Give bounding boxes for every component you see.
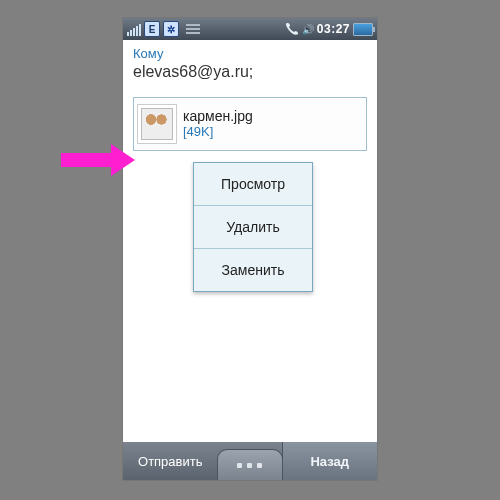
softkey-back[interactable]: Назад (282, 442, 378, 480)
attachment-size: [49K] (183, 124, 253, 140)
attachment-filename: кармен.jpg (183, 108, 253, 124)
softkey-send[interactable]: Отправить (123, 442, 218, 480)
softkey-middle[interactable] (218, 442, 282, 480)
phone-icon (285, 22, 299, 36)
menu-item-view[interactable]: Просмотр (194, 163, 312, 206)
context-menu: Просмотр Удалить Заменить (193, 162, 313, 292)
menu-item-delete[interactable]: Удалить (194, 206, 312, 249)
battery-icon (353, 23, 373, 36)
sound-icon: 🔊 (302, 24, 314, 35)
clock: 03:27 (317, 22, 350, 36)
softkey-bar: Отправить Назад (123, 442, 377, 480)
attachment-info: кармен.jpg [49K] (183, 108, 253, 140)
attachment-thumbnail (137, 104, 177, 144)
phone-screen: E ✲ 🔊 03:27 Кому elevas68@ya.ru; кармен.… (123, 18, 377, 480)
signal-icon (127, 23, 141, 36)
network-badge: E (144, 21, 160, 37)
status-bar: E ✲ 🔊 03:27 (123, 18, 377, 40)
bluetooth-icon: ✲ (163, 21, 179, 37)
menu-icon (186, 24, 200, 34)
menu-item-replace[interactable]: Заменить (194, 249, 312, 291)
recipient-field[interactable]: elevas68@ya.ru; (123, 61, 377, 91)
to-label: Кому (123, 40, 377, 61)
compose-area: Кому elevas68@ya.ru; кармен.jpg [49K] Пр… (123, 40, 377, 442)
attachment-row[interactable]: кармен.jpg [49K] (133, 97, 367, 151)
more-icon (217, 449, 283, 480)
